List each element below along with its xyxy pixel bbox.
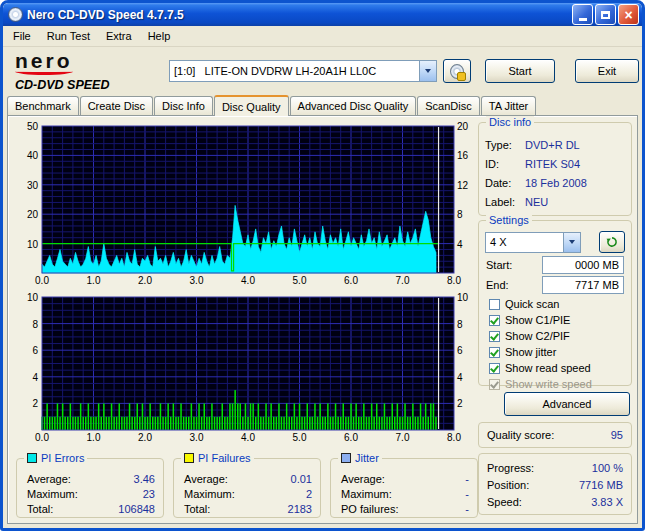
close-button[interactable]: × [618, 4, 639, 25]
checkbox-show-c2-pif[interactable]: Show C2/PIF [483, 328, 627, 344]
y-axis-right-tick: 8 [457, 319, 463, 330]
quality-score-label: Quality score: [487, 429, 554, 441]
drive-selector[interactable]: [1:0] LITE-ON DVDRW LH-20A1H LL0C [169, 60, 437, 82]
tab-scandisc[interactable]: ScanDisc [417, 96, 479, 115]
checkbox-show-write-speed[interactable]: Show write speed [483, 376, 627, 392]
x-axis-tick: 0.0 [30, 432, 54, 443]
checkbox-show-read-speed[interactable]: Show read speed [483, 360, 627, 376]
x-axis-tick: 7.0 [391, 275, 415, 286]
tab-strip: Benchmark Create Disc Disc Info Disc Qua… [7, 95, 638, 115]
pif-color-swatch [184, 453, 194, 463]
exit-button[interactable]: Exit [575, 59, 639, 83]
disc-type-label: Type: [485, 139, 525, 151]
disc-label-value: NEU [525, 196, 548, 208]
y-axis-right-tick: 10 [457, 292, 468, 303]
y-axis-right-tick: 4 [457, 372, 463, 383]
quality-score-box: Quality score: 95 [478, 422, 632, 448]
x-axis-tick: 3.0 [185, 275, 209, 286]
tab-disc-info[interactable]: Disc Info [154, 96, 213, 115]
jitter-legend: Jitter Average:- Maximum:- PO failures:- [330, 458, 478, 518]
start-button[interactable]: Start [485, 59, 555, 83]
tab-create-disc[interactable]: Create Disc [80, 96, 153, 115]
tab-advanced-disc-quality[interactable]: Advanced Disc Quality [290, 96, 417, 115]
pif-total-value: 2183 [288, 503, 312, 515]
x-axis-tick: 5.0 [288, 432, 312, 443]
disc-quality-page: 1020304050481216200.01.02.03.04.05.06.07… [7, 115, 638, 524]
speed-dropdown-arrow-icon[interactable] [563, 233, 580, 252]
pif-average-value: 0.01 [291, 473, 312, 485]
drive-selector-value: [1:0] LITE-ON DVDRW LH-20A1H LL0C [170, 61, 419, 81]
x-axis-tick: 6.0 [339, 275, 363, 286]
minimize-button[interactable] [572, 4, 593, 25]
checkbox-show-jitter[interactable]: Show jitter [483, 344, 627, 360]
jitter-maximum-value: - [465, 488, 469, 500]
x-axis-tick: 3.0 [185, 432, 209, 443]
disc-date-label: Date: [485, 177, 525, 189]
jitter-color-swatch [341, 453, 351, 463]
speed-label: Speed: [487, 496, 522, 508]
pif-chart: 2468102468100.01.02.03.04.05.06.07.08.0 [16, 293, 478, 445]
y-axis-left-tick: 10 [16, 292, 38, 303]
start-position-label: Start: [486, 259, 512, 271]
checkbox-icon [489, 363, 500, 374]
drive-properties-button[interactable] [443, 59, 471, 83]
end-position-field[interactable]: 7717 MB [542, 276, 624, 294]
right-panel: Disc info Type:DVD+R DL ID:RITEK S04 Dat… [478, 122, 632, 518]
menu-file[interactable]: File [5, 27, 39, 45]
position-value: 7716 MB [579, 479, 623, 491]
start-position-field[interactable]: 0000 MB [542, 256, 624, 274]
y-axis-left-tick: 30 [16, 180, 38, 191]
pie-color-swatch [27, 453, 37, 463]
disc-info-title: Disc info [489, 116, 531, 128]
progress-value: 100 % [592, 462, 623, 474]
advanced-button[interactable]: Advanced [504, 392, 630, 416]
pif-maximum-label: Maximum: [184, 488, 235, 500]
jitter-average-label: Average: [341, 473, 385, 485]
checkbox-icon [489, 379, 500, 390]
chart-legends: PI Errors Average:3.46 Maximum:23 Total:… [16, 458, 478, 518]
tab-disc-quality[interactable]: Disc Quality [214, 95, 289, 116]
pie-chart: 1020304050481216200.01.02.03.04.05.06.07… [16, 122, 478, 288]
po-failures-value: - [465, 503, 469, 515]
disc-id-label: ID: [485, 158, 525, 170]
pi-errors-legend: PI Errors Average:3.46 Maximum:23 Total:… [16, 458, 164, 518]
speed-value: 3.83 X [591, 496, 623, 508]
pi-failures-title: PI Failures [198, 452, 251, 464]
checkbox-show-c1-pie[interactable]: Show C1/PIE [483, 312, 627, 328]
checkbox-icon [489, 347, 500, 358]
menu-bar: File Run Test Extra Help [3, 26, 642, 47]
y-axis-left-tick: 20 [16, 209, 38, 220]
x-axis-tick: 2.0 [133, 275, 157, 286]
x-axis-tick: 8.0 [442, 275, 466, 286]
checkbox-icon [489, 331, 500, 342]
jitter-average-value: - [465, 473, 469, 485]
title-bar[interactable]: Nero CD-DVD Speed 4.7.7.5 × [3, 3, 642, 26]
settings-group: Settings 4 X Start:0000 MB End:7717 MB [478, 220, 632, 386]
dropdown-arrow-icon[interactable] [419, 61, 436, 81]
tab-ta-jitter[interactable]: TA Jitter [481, 96, 537, 115]
position-label: Position: [487, 479, 529, 491]
speed-selector[interactable]: 4 X [485, 232, 581, 253]
y-axis-right-tick: 20 [457, 121, 468, 132]
checkbox-icon [489, 299, 500, 310]
menu-extra[interactable]: Extra [98, 27, 140, 45]
refresh-button[interactable] [599, 231, 625, 253]
chart-canvas [16, 293, 478, 445]
menu-run-test[interactable]: Run Test [39, 27, 98, 45]
maximize-button[interactable] [595, 4, 616, 25]
checkbox-icon [489, 315, 500, 326]
quality-score-value: 95 [611, 429, 623, 441]
app-window: Nero CD-DVD Speed 4.7.7.5 × File Run Tes… [0, 0, 645, 531]
menu-help[interactable]: Help [140, 27, 179, 45]
disc-info-group: Disc info Type:DVD+R DL ID:RITEK S04 Dat… [478, 122, 632, 216]
scan-status-box: Progress:100 % Position:7716 MB Speed:3.… [478, 453, 632, 515]
y-axis-right-tick: 8 [457, 209, 463, 220]
tab-benchmark[interactable]: Benchmark [7, 96, 79, 115]
close-icon: × [624, 8, 632, 22]
refresh-icon [606, 235, 618, 249]
disc-label-label: Label: [485, 196, 525, 208]
y-axis-right-tick: 6 [457, 345, 463, 356]
pie-total-value: 106848 [118, 503, 155, 515]
checkbox-quick-scan[interactable]: Quick scan [483, 296, 627, 312]
nero-brand-text: nero [15, 51, 161, 70]
